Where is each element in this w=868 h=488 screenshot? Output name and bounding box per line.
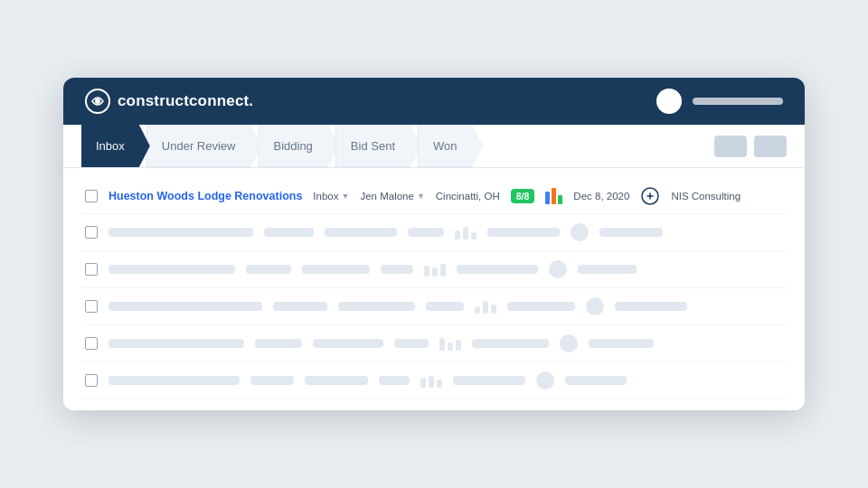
bar-3 (558, 195, 562, 204)
skel-date (457, 265, 538, 274)
row-checkbox[interactable] (85, 190, 98, 202)
skel-badge (394, 339, 429, 348)
skel-bar-3 (437, 380, 442, 388)
tab-bidding[interactable]: Bidding (258, 125, 338, 167)
logo-text-bold: connect. (189, 92, 253, 109)
project-name[interactable]: Hueston Woods Lodge Renovations (108, 190, 302, 202)
skel-bar-3 (456, 340, 461, 351)
skel-bar-3 (491, 305, 496, 314)
table-row: Hueston Woods Lodge Renovations Inbox ▼ … (81, 179, 787, 214)
skel-bars (475, 299, 496, 314)
skel-bar-2 (432, 267, 438, 277)
date-text: Dec 8, 2020 (573, 191, 629, 202)
skel-status (246, 265, 291, 274)
tab-action-btn-1[interactable] (714, 136, 747, 157)
action-icon[interactable] (640, 186, 660, 206)
skel-bar-2 (448, 343, 453, 351)
skeleton-row-5 (81, 362, 787, 399)
skel-name (108, 376, 240, 385)
skeleton-row-3 (81, 288, 787, 325)
tab-inbox[interactable]: Inbox (81, 125, 150, 167)
logo: constructconnect. (85, 89, 253, 114)
skel-avatar (536, 371, 554, 389)
location-text: Cincinatti, OH (436, 191, 500, 202)
skel-avatar (586, 297, 604, 315)
skel-status (250, 376, 294, 385)
svg-point-1 (95, 99, 100, 104)
topbar: constructconnect. (63, 78, 805, 125)
skel-name (108, 228, 253, 237)
skel-date (453, 376, 525, 385)
skel-bars (420, 373, 442, 388)
skel-avatar (571, 223, 589, 241)
skel-bar-1 (475, 306, 480, 314)
skel-company (565, 376, 627, 385)
skel-avatar (560, 334, 578, 352)
skel-company (599, 228, 663, 237)
skel-badge (381, 265, 413, 274)
skel-company (578, 265, 637, 274)
skel-bar-1 (439, 338, 445, 351)
skeleton-row-4 (81, 325, 787, 362)
skel-date (472, 339, 549, 348)
app-window: constructconnect. Inbox Under Review Bid… (63, 78, 805, 410)
person-badge[interactable]: Jen Malone ▼ (360, 191, 424, 202)
skel-bar-3 (440, 264, 446, 277)
status-badge[interactable]: Inbox ▼ (313, 191, 349, 202)
tab-action-btn-2[interactable] (754, 136, 787, 157)
skel-checkbox (85, 263, 98, 276)
skel-name (108, 339, 244, 348)
skeleton-row-2 (81, 251, 787, 288)
skel-person (325, 228, 397, 237)
skel-person (313, 339, 383, 348)
skel-status (273, 302, 327, 311)
status-dropdown-arrow: ▼ (342, 192, 350, 201)
skel-person (338, 302, 415, 311)
tabs-actions (714, 136, 787, 157)
skel-checkbox (85, 374, 98, 387)
skel-date (507, 302, 575, 311)
skel-bar-3 (471, 232, 476, 239)
skel-bar-1 (424, 266, 429, 277)
skel-badge (426, 302, 464, 311)
skel-name (108, 265, 235, 274)
skel-badge (408, 228, 444, 237)
skel-bar-1 (420, 378, 426, 388)
skel-checkbox (85, 337, 98, 350)
skel-company (615, 302, 687, 311)
table-area: Hueston Woods Lodge Renovations Inbox ▼ … (63, 168, 805, 410)
skel-company (589, 339, 654, 348)
bar-1 (545, 192, 550, 204)
topbar-bar (693, 98, 783, 105)
tab-under-review[interactable]: Under Review (146, 125, 262, 167)
skel-status (264, 228, 314, 237)
bar-chart (545, 188, 562, 204)
bar-2 (552, 188, 556, 204)
skel-checkbox (85, 300, 98, 313)
logo-icon (85, 89, 110, 114)
skel-avatar (549, 260, 567, 278)
skel-bar-1 (455, 230, 460, 239)
person-dropdown-arrow: ▼ (417, 192, 425, 201)
skel-person (305, 376, 368, 385)
tab-bid-sent[interactable]: Bid Sent (335, 125, 421, 167)
skel-bar-2 (483, 301, 488, 314)
skel-bars (455, 225, 476, 239)
skel-bars (439, 336, 461, 351)
company-text: NIS Consulting (671, 191, 741, 202)
main-content: Inbox Under Review Bidding Bid Sent Won (63, 125, 805, 410)
avatar[interactable] (656, 89, 682, 114)
skel-status (255, 339, 302, 348)
tab-won[interactable]: Won (418, 125, 484, 167)
skel-checkbox (85, 226, 98, 239)
skel-bar-2 (463, 227, 468, 239)
tabs-bar: Inbox Under Review Bidding Bid Sent Won (63, 125, 805, 168)
logo-text: constructconnect. (118, 92, 253, 110)
skel-bar-2 (429, 376, 434, 388)
topbar-right (656, 89, 783, 114)
logo-text-regular: construct (118, 92, 189, 109)
count-badge: 8/8 (511, 189, 535, 203)
skel-name (108, 302, 262, 311)
skel-date (487, 228, 560, 237)
skeleton-row-1 (81, 214, 787, 251)
